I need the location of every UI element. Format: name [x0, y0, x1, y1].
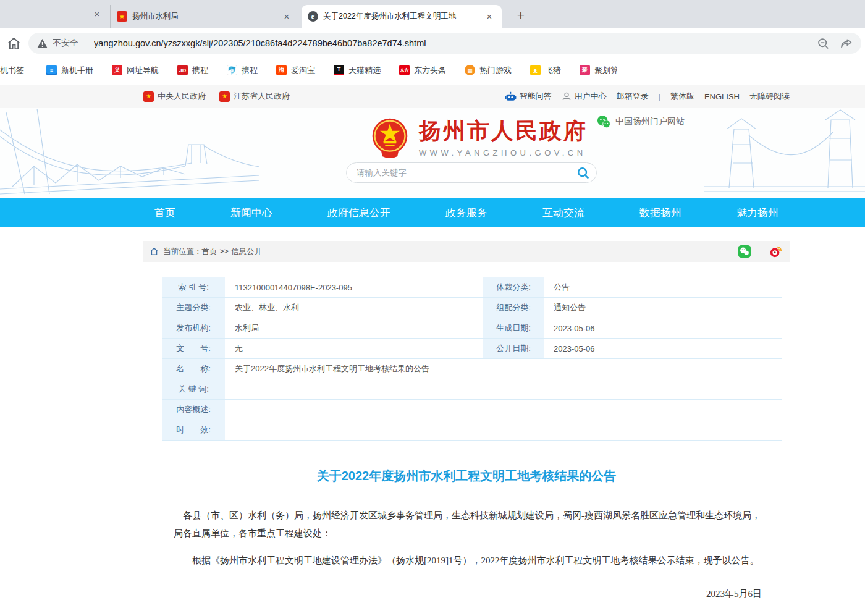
article: 关于2022年度扬州市水利工程文明工地考核结果的公告 各县（市、区）水利（务）局… — [143, 468, 790, 616]
tab-close-icon[interactable]: × — [281, 11, 293, 23]
tab-title: 扬州市水利局 — [132, 11, 281, 22]
nav-charming-yangzhou[interactable]: 魅力扬州 — [736, 206, 778, 220]
home-icon[interactable] — [1, 36, 26, 51]
breadcrumb-current-link[interactable]: 信息公开 — [231, 247, 262, 257]
security-label: 不安全 — [53, 38, 78, 49]
bookmark-fliggy[interactable]: ᴥ 飞猪 — [530, 65, 561, 76]
accessibility-link[interactable]: 无障碍阅读 — [749, 91, 790, 102]
warning-icon — [37, 38, 48, 48]
table-row: 主题分类: 农业、林业、水利 组配分类: 通知公告 — [162, 298, 782, 318]
nav-news-center[interactable]: 新闻中心 — [230, 206, 272, 220]
breadcrumb-separator: >> — [220, 247, 229, 256]
site-logo[interactable]: 扬州市人民政府 WWW.YANGZHOU.GOV.CN — [369, 116, 588, 158]
nav-home[interactable]: 首页 — [154, 206, 175, 220]
address-bar[interactable]: 不安全 yangzhou.gov.cn/yzszxxgk/slj/202305/… — [28, 33, 861, 54]
meta-label: 关 键 词: — [162, 379, 226, 399]
bookmark-label: 新机手册 — [61, 65, 93, 76]
meta-value — [226, 379, 782, 399]
table-row: 时 效: — [162, 420, 782, 441]
user-center-link[interactable]: 用户中心 — [562, 91, 607, 102]
nav-gov-info-disclosure[interactable]: 政府信息公开 — [327, 206, 390, 220]
wechat-share-icon[interactable] — [738, 245, 751, 258]
article-paragraph: 根据《扬州市水利工程文明工地建设管理办法》（扬水规[2019]1号），2022年… — [174, 552, 762, 570]
manual-icon: ≡ — [46, 65, 57, 75]
meta-label: 组配分类: — [483, 298, 545, 318]
meta-label: 主题分类: — [162, 298, 226, 318]
meta-value: 2023-05-06 — [545, 339, 782, 358]
bookmark-label: 机书签 — [0, 65, 24, 76]
bookmark-tmall[interactable]: T 天猫精选 — [334, 65, 381, 76]
share-icon[interactable] — [840, 37, 853, 50]
link-jiangsu-government[interactable]: 江苏省人民政府 — [219, 91, 290, 102]
bookmark-juhuasuan[interactable]: 聚 聚划算 — [580, 65, 618, 76]
meta-value — [226, 420, 782, 440]
tab-active-announcement[interactable]: e 关于2022年度扬州市水利工程文明工地 × — [302, 5, 502, 28]
nav-interaction[interactable]: 互动交流 — [542, 206, 584, 220]
tab-yangzhou-water-bureau[interactable]: 扬州市水利局 × — [110, 5, 299, 28]
navigation-icon: 义 — [112, 65, 122, 75]
weibo-share-icon[interactable] — [769, 245, 782, 258]
new-tab-button[interactable]: + — [512, 6, 530, 25]
national-emblem-icon — [369, 117, 410, 158]
meta-label: 发布机构: — [162, 318, 226, 338]
portal-badge[interactable]: 中国扬州门户网站 — [597, 115, 685, 129]
meta-value — [226, 400, 782, 420]
bookmark-new-phone-manual[interactable]: ≡ 新机手册 — [46, 65, 93, 76]
traditional-version-link[interactable]: 繁体版 — [670, 91, 694, 102]
table-row: 文 号: 无 公开日期: 2023-05-06 — [162, 339, 782, 359]
search-icon — [576, 166, 590, 180]
bookmark-label: 天猫精选 — [348, 65, 381, 76]
nav-data-yangzhou[interactable]: 数据扬州 — [639, 206, 681, 220]
meta-value: 2023-05-06 — [545, 318, 782, 338]
home-small-icon — [150, 247, 159, 256]
user-center-label: 用户中心 — [575, 91, 607, 102]
mail-login-link[interactable]: 邮箱登录 — [617, 91, 649, 102]
site-url-caption: WWW.YANGZHOU.GOV.CN — [419, 148, 588, 158]
gov-top-bar: 中央人民政府 江苏省人民政府 智能问答 用户中心 — [0, 85, 865, 108]
gov-emblem-icon — [143, 91, 154, 102]
gov-link-label: 中央人民政府 — [158, 91, 206, 102]
bookmark-hot-games[interactable]: ▦ 热门游戏 — [465, 65, 512, 76]
tab-close-icon[interactable]: × — [483, 11, 496, 23]
smart-qa-link[interactable]: 智能问答 — [505, 91, 552, 102]
meta-value: 公告 — [545, 277, 782, 297]
bookmark-jd[interactable]: JD 携程 — [177, 65, 208, 76]
security-chip[interactable]: 不安全 — [37, 38, 78, 49]
url-text[interactable]: yangzhou.gov.cn/yzszxxgk/slj/202305/210c… — [94, 38, 817, 48]
bookmark-phone-bookmarks[interactable]: 机书签 — [0, 65, 24, 76]
table-row: 发布机构: 水利局 生成日期: 2023-05-06 — [162, 318, 782, 339]
bookmark-label: 飞猪 — [545, 65, 561, 76]
bookmark-aitaobao[interactable]: 淘 爱淘宝 — [276, 65, 315, 76]
robot-icon — [505, 91, 517, 102]
english-version-link[interactable]: ENGLISH — [704, 92, 740, 101]
bookmark-eastday[interactable]: 东方 东方头条 — [399, 65, 446, 76]
table-row: 关 键 词: — [162, 379, 782, 400]
site-favicon-icon: e — [308, 11, 318, 22]
search-input[interactable] — [357, 168, 574, 177]
breadcrumb-prefix: 当前位置： — [163, 247, 202, 257]
page-title: 关于2022年度扬州市水利工程文明工地考核结果的公告 — [143, 468, 790, 484]
topbar-divider: | — [659, 92, 660, 101]
nav-gov-services[interactable]: 政务服务 — [445, 206, 487, 220]
table-row: 内容概述: — [162, 400, 782, 420]
bookmark-url-navigation[interactable]: 义 网址导航 — [112, 65, 159, 76]
site-search[interactable] — [346, 162, 597, 183]
link-central-government[interactable]: 中央人民政府 — [143, 91, 206, 102]
bookmarks-bar: 机书签 ≡ 新机手册 义 网址导航 JD 携程 🐬 携程 淘 爱淘宝 T 天猫精… — [0, 59, 865, 82]
breadcrumb-home-link[interactable]: 首页 — [202, 247, 217, 257]
bookmark-label: 携程 — [192, 65, 208, 76]
meta-label: 时 效: — [162, 420, 226, 440]
tab-close-icon[interactable]: × — [91, 7, 103, 20]
meta-label: 体裁分类: — [483, 277, 545, 297]
meta-label: 公开日期: — [483, 339, 545, 358]
document-meta-table: 索 引 号: 11321000014407098E-2023-095 体裁分类:… — [162, 277, 782, 441]
tab-title: 关于2022年度扬州市水利工程文明工地 — [323, 11, 483, 22]
gov-emblem-favicon-icon — [117, 11, 127, 22]
search-button[interactable] — [574, 164, 593, 182]
meta-label: 文 号: — [162, 339, 226, 358]
zoom-out-icon[interactable] — [817, 37, 830, 50]
bookmark-ctrip[interactable]: 🐬 携程 — [227, 65, 258, 76]
juhuasuan-icon: 聚 — [580, 65, 590, 75]
gov-emblem-icon — [219, 91, 230, 102]
games-icon: ▦ — [465, 65, 475, 75]
